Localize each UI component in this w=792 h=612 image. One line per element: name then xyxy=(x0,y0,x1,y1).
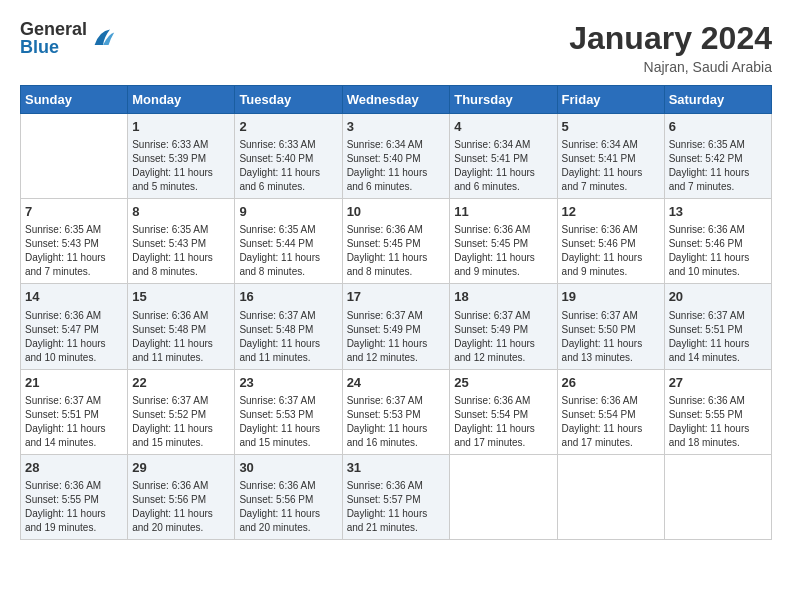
day-number: 4 xyxy=(454,118,552,136)
calendar-cell: 25Sunrise: 6:36 AM Sunset: 5:54 PM Dayli… xyxy=(450,369,557,454)
calendar-cell: 30Sunrise: 6:36 AM Sunset: 5:56 PM Dayli… xyxy=(235,454,342,539)
day-number: 29 xyxy=(132,459,230,477)
calendar-cell: 28Sunrise: 6:36 AM Sunset: 5:55 PM Dayli… xyxy=(21,454,128,539)
day-info: Sunrise: 6:36 AM Sunset: 5:55 PM Dayligh… xyxy=(25,479,123,535)
day-info: Sunrise: 6:37 AM Sunset: 5:49 PM Dayligh… xyxy=(454,309,552,365)
day-info: Sunrise: 6:36 AM Sunset: 5:56 PM Dayligh… xyxy=(239,479,337,535)
day-of-week-header: Thursday xyxy=(450,86,557,114)
calendar-cell: 1Sunrise: 6:33 AM Sunset: 5:39 PM Daylig… xyxy=(128,114,235,199)
day-of-week-header: Sunday xyxy=(21,86,128,114)
logo-icon xyxy=(89,24,117,52)
calendar-cell xyxy=(664,454,771,539)
day-info: Sunrise: 6:37 AM Sunset: 5:50 PM Dayligh… xyxy=(562,309,660,365)
day-info: Sunrise: 6:36 AM Sunset: 5:45 PM Dayligh… xyxy=(347,223,446,279)
day-info: Sunrise: 6:35 AM Sunset: 5:43 PM Dayligh… xyxy=(25,223,123,279)
day-info: Sunrise: 6:35 AM Sunset: 5:43 PM Dayligh… xyxy=(132,223,230,279)
calendar-cell: 12Sunrise: 6:36 AM Sunset: 5:46 PM Dayli… xyxy=(557,199,664,284)
day-info: Sunrise: 6:36 AM Sunset: 5:55 PM Dayligh… xyxy=(669,394,767,450)
logo: General Blue xyxy=(20,20,117,56)
calendar-cell: 8Sunrise: 6:35 AM Sunset: 5:43 PM Daylig… xyxy=(128,199,235,284)
calendar-cell: 18Sunrise: 6:37 AM Sunset: 5:49 PM Dayli… xyxy=(450,284,557,369)
calendar-cell: 21Sunrise: 6:37 AM Sunset: 5:51 PM Dayli… xyxy=(21,369,128,454)
day-of-week-header: Tuesday xyxy=(235,86,342,114)
logo-general: General xyxy=(20,20,87,38)
day-number: 16 xyxy=(239,288,337,306)
calendar-cell: 5Sunrise: 6:34 AM Sunset: 5:41 PM Daylig… xyxy=(557,114,664,199)
calendar-week-row: 7Sunrise: 6:35 AM Sunset: 5:43 PM Daylig… xyxy=(21,199,772,284)
day-info: Sunrise: 6:36 AM Sunset: 5:46 PM Dayligh… xyxy=(669,223,767,279)
calendar-cell: 14Sunrise: 6:36 AM Sunset: 5:47 PM Dayli… xyxy=(21,284,128,369)
calendar-cell: 26Sunrise: 6:36 AM Sunset: 5:54 PM Dayli… xyxy=(557,369,664,454)
day-info: Sunrise: 6:36 AM Sunset: 5:46 PM Dayligh… xyxy=(562,223,660,279)
day-info: Sunrise: 6:34 AM Sunset: 5:40 PM Dayligh… xyxy=(347,138,446,194)
logo-blue: Blue xyxy=(20,38,87,56)
day-number: 8 xyxy=(132,203,230,221)
day-info: Sunrise: 6:36 AM Sunset: 5:56 PM Dayligh… xyxy=(132,479,230,535)
title-area: January 2024 Najran, Saudi Arabia xyxy=(569,20,772,75)
page-header: General Blue January 2024 Najran, Saudi … xyxy=(20,20,772,75)
calendar-cell: 20Sunrise: 6:37 AM Sunset: 5:51 PM Dayli… xyxy=(664,284,771,369)
day-info: Sunrise: 6:35 AM Sunset: 5:44 PM Dayligh… xyxy=(239,223,337,279)
calendar-cell: 16Sunrise: 6:37 AM Sunset: 5:48 PM Dayli… xyxy=(235,284,342,369)
calendar-cell: 17Sunrise: 6:37 AM Sunset: 5:49 PM Dayli… xyxy=(342,284,450,369)
day-number: 28 xyxy=(25,459,123,477)
day-info: Sunrise: 6:34 AM Sunset: 5:41 PM Dayligh… xyxy=(454,138,552,194)
calendar-cell xyxy=(21,114,128,199)
day-info: Sunrise: 6:33 AM Sunset: 5:40 PM Dayligh… xyxy=(239,138,337,194)
calendar-cell: 4Sunrise: 6:34 AM Sunset: 5:41 PM Daylig… xyxy=(450,114,557,199)
calendar-cell: 9Sunrise: 6:35 AM Sunset: 5:44 PM Daylig… xyxy=(235,199,342,284)
day-number: 7 xyxy=(25,203,123,221)
calendar-cell: 31Sunrise: 6:36 AM Sunset: 5:57 PM Dayli… xyxy=(342,454,450,539)
calendar-cell: 11Sunrise: 6:36 AM Sunset: 5:45 PM Dayli… xyxy=(450,199,557,284)
calendar-cell: 15Sunrise: 6:36 AM Sunset: 5:48 PM Dayli… xyxy=(128,284,235,369)
day-number: 9 xyxy=(239,203,337,221)
location: Najran, Saudi Arabia xyxy=(569,59,772,75)
day-info: Sunrise: 6:37 AM Sunset: 5:52 PM Dayligh… xyxy=(132,394,230,450)
day-number: 24 xyxy=(347,374,446,392)
calendar-week-row: 1Sunrise: 6:33 AM Sunset: 5:39 PM Daylig… xyxy=(21,114,772,199)
day-number: 25 xyxy=(454,374,552,392)
day-info: Sunrise: 6:35 AM Sunset: 5:42 PM Dayligh… xyxy=(669,138,767,194)
day-info: Sunrise: 6:37 AM Sunset: 5:51 PM Dayligh… xyxy=(669,309,767,365)
day-of-week-header: Saturday xyxy=(664,86,771,114)
day-info: Sunrise: 6:36 AM Sunset: 5:57 PM Dayligh… xyxy=(347,479,446,535)
calendar-cell: 10Sunrise: 6:36 AM Sunset: 5:45 PM Dayli… xyxy=(342,199,450,284)
day-number: 21 xyxy=(25,374,123,392)
day-info: Sunrise: 6:33 AM Sunset: 5:39 PM Dayligh… xyxy=(132,138,230,194)
calendar-body: 1Sunrise: 6:33 AM Sunset: 5:39 PM Daylig… xyxy=(21,114,772,540)
day-of-week-header: Friday xyxy=(557,86,664,114)
calendar-cell: 22Sunrise: 6:37 AM Sunset: 5:52 PM Dayli… xyxy=(128,369,235,454)
day-info: Sunrise: 6:36 AM Sunset: 5:48 PM Dayligh… xyxy=(132,309,230,365)
day-number: 1 xyxy=(132,118,230,136)
day-info: Sunrise: 6:34 AM Sunset: 5:41 PM Dayligh… xyxy=(562,138,660,194)
calendar-cell: 13Sunrise: 6:36 AM Sunset: 5:46 PM Dayli… xyxy=(664,199,771,284)
day-number: 11 xyxy=(454,203,552,221)
calendar-cell: 23Sunrise: 6:37 AM Sunset: 5:53 PM Dayli… xyxy=(235,369,342,454)
day-number: 14 xyxy=(25,288,123,306)
day-number: 13 xyxy=(669,203,767,221)
calendar-week-row: 21Sunrise: 6:37 AM Sunset: 5:51 PM Dayli… xyxy=(21,369,772,454)
calendar-cell: 3Sunrise: 6:34 AM Sunset: 5:40 PM Daylig… xyxy=(342,114,450,199)
calendar-table: SundayMondayTuesdayWednesdayThursdayFrid… xyxy=(20,85,772,540)
day-of-week-header: Monday xyxy=(128,86,235,114)
day-number: 17 xyxy=(347,288,446,306)
day-number: 15 xyxy=(132,288,230,306)
day-info: Sunrise: 6:37 AM Sunset: 5:53 PM Dayligh… xyxy=(347,394,446,450)
day-number: 2 xyxy=(239,118,337,136)
day-number: 20 xyxy=(669,288,767,306)
calendar-cell: 6Sunrise: 6:35 AM Sunset: 5:42 PM Daylig… xyxy=(664,114,771,199)
day-info: Sunrise: 6:37 AM Sunset: 5:53 PM Dayligh… xyxy=(239,394,337,450)
day-number: 30 xyxy=(239,459,337,477)
day-number: 19 xyxy=(562,288,660,306)
calendar-cell: 7Sunrise: 6:35 AM Sunset: 5:43 PM Daylig… xyxy=(21,199,128,284)
calendar-week-row: 14Sunrise: 6:36 AM Sunset: 5:47 PM Dayli… xyxy=(21,284,772,369)
day-of-week-header: Wednesday xyxy=(342,86,450,114)
calendar-cell: 19Sunrise: 6:37 AM Sunset: 5:50 PM Dayli… xyxy=(557,284,664,369)
day-number: 18 xyxy=(454,288,552,306)
day-number: 27 xyxy=(669,374,767,392)
day-number: 23 xyxy=(239,374,337,392)
day-info: Sunrise: 6:36 AM Sunset: 5:54 PM Dayligh… xyxy=(454,394,552,450)
calendar-week-row: 28Sunrise: 6:36 AM Sunset: 5:55 PM Dayli… xyxy=(21,454,772,539)
day-number: 31 xyxy=(347,459,446,477)
calendar-cell: 29Sunrise: 6:36 AM Sunset: 5:56 PM Dayli… xyxy=(128,454,235,539)
